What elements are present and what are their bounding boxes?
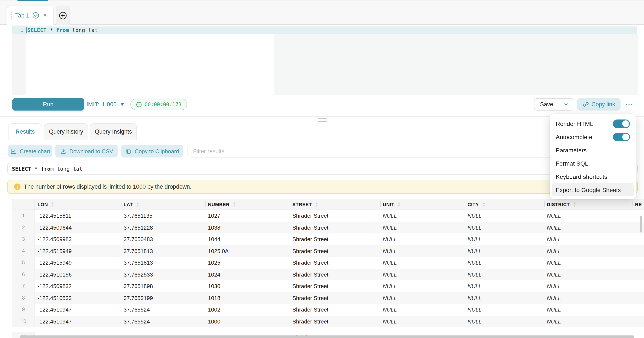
table-row[interactable]: 3-122.450998337.76504831044Shrader Stree… <box>12 233 644 245</box>
save-button[interactable]: Save <box>534 99 559 110</box>
cell: 37.7652533 <box>121 269 206 280</box>
more-options-button[interactable]: ··· <box>623 98 636 110</box>
table-row[interactable]: 10-122.451094737.7655241000Shrader Stree… <box>12 316 644 327</box>
vertical-scrollbar[interactable] <box>640 216 642 233</box>
table-row[interactable]: 4-122.451594937.76518131025.0AShrader St… <box>12 245 644 257</box>
copy-clipboard-label: Copy to Clipboard <box>135 148 179 154</box>
warning-text: The number of rows displayed is limited … <box>24 184 191 190</box>
cell: Shrader Street <box>290 316 380 327</box>
table-row[interactable]: 5-122.451594937.76518131025Shrader Stree… <box>12 257 644 269</box>
column-header-label: CITY <box>468 202 479 207</box>
tab-query-history[interactable]: Query history <box>44 123 88 139</box>
caret-down-icon <box>120 103 124 106</box>
tab-results[interactable]: Results <box>8 123 42 139</box>
cell: NULL <box>544 210 632 222</box>
menu-item-render-html[interactable]: Render HTML <box>552 117 634 130</box>
column-header-city[interactable]: CITY <box>465 199 544 210</box>
create-chart-button[interactable]: Create chart <box>8 145 52 157</box>
column-header-street[interactable]: STREET <box>290 199 380 210</box>
table-row[interactable]: 1-122.451581137.76511351027Shrader Stree… <box>12 210 644 222</box>
limit-dropdown[interactable]: LIMIT: 1 000 <box>83 98 124 110</box>
cell: 1025.0A <box>206 245 290 257</box>
cell: 37.7650483 <box>121 233 206 245</box>
row-number: 5 <box>12 257 35 269</box>
cell: -122.4509832 <box>35 280 121 292</box>
cell: -122.4510947 <box>35 316 121 327</box>
sql-keyword: SELECT <box>12 165 31 172</box>
table-row[interactable]: 8-122.451053337.76531991018Shrader Stree… <box>12 292 644 304</box>
column-header-lon[interactable]: LON <box>35 199 121 210</box>
cell: NULL <box>544 245 632 257</box>
menu-item-parameters[interactable]: Parameters <box>552 143 634 157</box>
cell: NULL <box>465 280 544 292</box>
menu-item-label: Export to Google Sheets <box>556 186 621 193</box>
cell: NULL <box>544 257 632 269</box>
menu-item-autocomplete[interactable]: Autocomplete <box>552 130 634 143</box>
column-header-re[interactable]: RE <box>632 199 644 210</box>
cell: -122.4515949 <box>35 257 121 269</box>
query-timer-badge: 00:00:00.173 <box>130 99 187 110</box>
cell: -122.4515811 <box>35 210 121 222</box>
cell: Shrader Street <box>290 257 380 269</box>
cell: 1044 <box>206 233 290 245</box>
cell: NULL <box>380 245 465 257</box>
column-header-label: LON <box>38 202 48 207</box>
resize-handle[interactable] <box>318 118 327 122</box>
column-header-lat[interactable]: LAT <box>121 199 206 210</box>
toggle-switch-on[interactable] <box>613 132 630 141</box>
cell: 37.7651813 <box>121 245 206 257</box>
cell: NULL <box>465 210 544 222</box>
new-tab-button[interactable] <box>56 6 70 25</box>
column-header-label: NUMBER <box>208 202 230 207</box>
table-row[interactable]: 9-122.451094737.7655241002Shrader Street… <box>12 304 644 316</box>
run-button[interactable]: Run <box>12 98 84 110</box>
column-header-number[interactable]: NUMBER <box>206 199 290 210</box>
sql-text: * <box>46 27 56 33</box>
menu-item-keyboard-shortcuts[interactable]: Keyboard shortcuts <box>552 170 634 183</box>
tab-query-insights[interactable]: Query Insights <box>90 123 137 139</box>
drag-handle-icon[interactable] <box>11 12 12 19</box>
sql-code-editor[interactable]: 1 SELECT * from long_lat <box>0 25 644 95</box>
tab-tab1[interactable]: Tab 1 ✕ <box>7 6 54 25</box>
table-row[interactable]: 2-122.450964437.76512281038Shrader Stree… <box>12 222 644 233</box>
cell: Shrader Street <box>290 292 380 304</box>
copy-link-button[interactable]: Copy link <box>577 98 620 110</box>
save-options-button[interactable] <box>559 99 573 110</box>
table-row[interactable]: 7-122.450983237.76518981030Shrader Stree… <box>12 280 644 292</box>
menu-item-label: Format SQL <box>556 160 588 167</box>
row-number: 7 <box>12 280 35 292</box>
column-header-unit[interactable]: UNIT <box>380 199 465 210</box>
cell: NULL <box>380 233 465 245</box>
row-number: 4 <box>12 245 35 257</box>
sql-table-name: long_lat <box>69 27 98 33</box>
menu-item-export-to-google-sheets[interactable]: Export to Google Sheets <box>552 183 634 196</box>
sort-icon <box>398 202 400 206</box>
cell: NULL <box>465 233 544 245</box>
menu-item-format-sql[interactable]: Format SQL <box>552 157 634 170</box>
cell: NULL <box>380 257 465 269</box>
row-number-header <box>12 199 35 210</box>
sql-code-line[interactable]: SELECT * from long_lat <box>27 27 98 34</box>
cell: 37.765524 <box>121 304 206 316</box>
active-line-highlight <box>12 27 637 34</box>
toggle-switch-on[interactable] <box>613 119 630 128</box>
run-toolbar: Run LIMIT: 1 000 00:00:00.173 Save Copy … <box>0 95 644 116</box>
copy-clipboard-button[interactable]: Copy to Clipboard <box>121 145 183 157</box>
column-header-district[interactable]: DISTRICT <box>544 199 632 210</box>
cell: NULL <box>380 316 465 327</box>
cell: Shrader Street <box>290 210 380 222</box>
menu-item-label: Keyboard shortcuts <box>556 173 607 180</box>
sql-keyword: from <box>56 27 69 33</box>
download-csv-button[interactable]: Download to CSV <box>56 145 118 157</box>
sort-icon <box>136 202 139 206</box>
table-row[interactable]: 6-122.451015637.76525331024Shrader Stree… <box>12 269 644 280</box>
horizontal-scrollbar[interactable] <box>20 335 634 338</box>
text-cursor <box>26 27 27 33</box>
sql-editor-app: Tab 1 ✕ 1 SELECT * from long_lat Run LIM… <box>0 0 644 338</box>
column-header-label: STREET <box>292 202 312 207</box>
cell: 37.7653199 <box>121 292 206 304</box>
cell: -122.4509983 <box>35 233 121 245</box>
cell: NULL <box>465 269 544 280</box>
editor-tab-bar <box>0 0 644 25</box>
close-tab-icon[interactable]: ✕ <box>43 12 47 18</box>
